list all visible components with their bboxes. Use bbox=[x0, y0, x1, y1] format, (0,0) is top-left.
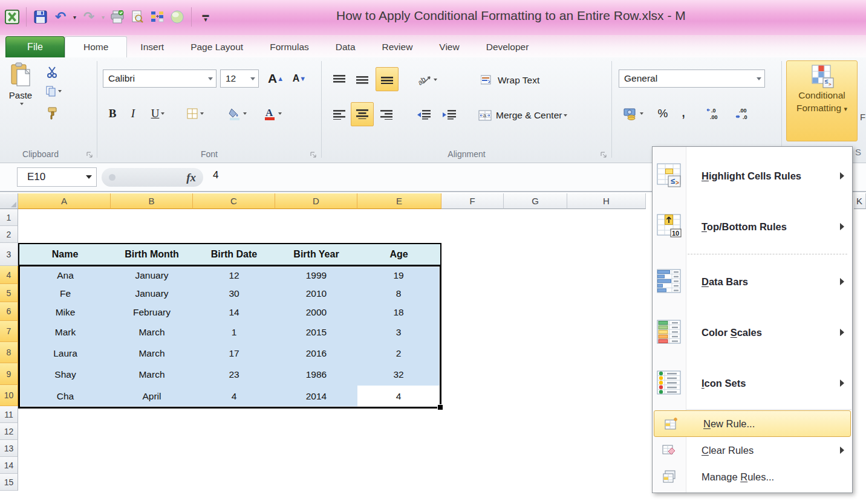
tab-formulas[interactable]: Formulas bbox=[256, 37, 322, 57]
column-header-G[interactable]: G bbox=[504, 193, 567, 209]
align-middle-button[interactable] bbox=[353, 71, 372, 89]
fill-handle[interactable] bbox=[437, 404, 443, 410]
font-name-combo[interactable]: Calibri bbox=[103, 69, 217, 88]
table-cell[interactable]: March bbox=[111, 364, 193, 386]
select-all-corner[interactable] bbox=[0, 193, 18, 209]
table-cell[interactable]: 2016 bbox=[275, 343, 357, 364]
table-cell[interactable]: 1999 bbox=[275, 267, 357, 285]
borders-button[interactable] bbox=[180, 105, 209, 123]
row-header-15[interactable]: 15 bbox=[0, 474, 18, 491]
table-cell[interactable]: 8 bbox=[357, 285, 440, 303]
column-header-K-partial[interactable]: K bbox=[854, 193, 866, 209]
comma-style-button[interactable]: , bbox=[676, 102, 691, 120]
table-cell[interactable]: 19 bbox=[357, 267, 440, 285]
font-dialog-launcher[interactable] bbox=[310, 151, 317, 158]
increase-indent-button[interactable] bbox=[438, 106, 460, 124]
align-bottom-button[interactable] bbox=[376, 67, 399, 91]
table-cell[interactable]: Fe bbox=[20, 285, 111, 303]
number-format-combo[interactable]: General bbox=[619, 69, 765, 88]
table-cell[interactable]: 2 bbox=[357, 343, 440, 364]
paste-button[interactable]: Paste bbox=[5, 62, 36, 136]
table-cell[interactable]: 17 bbox=[193, 343, 275, 364]
table-cell[interactable]: 1 bbox=[193, 321, 275, 343]
table-cell[interactable]: 2010 bbox=[275, 285, 357, 303]
table-cell[interactable]: 4 bbox=[193, 386, 275, 407]
row-header-7[interactable]: 7 bbox=[0, 321, 18, 342]
table-cell[interactable]: 3 bbox=[357, 321, 440, 343]
name-box-caret[interactable] bbox=[86, 175, 92, 179]
column-header-D[interactable]: D bbox=[275, 193, 357, 209]
underline-button[interactable]: U bbox=[145, 105, 171, 123]
table-cell[interactable]: 2014 bbox=[275, 386, 357, 407]
row-header-1[interactable]: 1 bbox=[0, 209, 18, 226]
font-color-button[interactable]: A bbox=[256, 105, 288, 123]
row-header-6[interactable]: 6 bbox=[0, 302, 18, 321]
row-header-9[interactable]: 9 bbox=[0, 363, 18, 385]
row-header-12[interactable]: 12 bbox=[0, 423, 18, 440]
column-header-B[interactable]: B bbox=[111, 193, 193, 209]
orientation-button[interactable]: ab bbox=[413, 71, 442, 89]
menu-item-clear-rules[interactable]: Clear Rules bbox=[653, 437, 852, 464]
conditional-formatting-button[interactable]: ≤ > Conditional Formatting ▾ bbox=[786, 60, 858, 141]
menu-item-color-scales[interactable]: Color Scales bbox=[653, 307, 852, 358]
align-top-button[interactable] bbox=[330, 71, 349, 89]
menu-item-new-rule[interactable]: New Rule... bbox=[654, 410, 851, 437]
merge-center-button[interactable]: a Merge & Center bbox=[478, 107, 608, 124]
name-box[interactable]: E10 bbox=[17, 167, 97, 187]
column-header-C[interactable]: C bbox=[193, 193, 275, 209]
fill-color-button[interactable] bbox=[221, 105, 253, 123]
table-cell[interactable]: 18 bbox=[357, 303, 440, 321]
table-cell[interactable]: 12 bbox=[193, 267, 275, 285]
table-cell[interactable]: Ana bbox=[20, 267, 111, 285]
format-painter-button[interactable] bbox=[44, 106, 62, 121]
table-cell[interactable]: 2000 bbox=[275, 303, 357, 321]
wrap-text-button[interactable]: Wrap Text bbox=[481, 72, 584, 89]
copy-button[interactable] bbox=[40, 84, 67, 99]
insert-function-button[interactable]: fx bbox=[186, 171, 196, 184]
row-header-11[interactable]: 11 bbox=[0, 406, 18, 423]
row-header-2[interactable]: 2 bbox=[0, 226, 18, 243]
table-cell[interactable]: 30 bbox=[193, 285, 275, 303]
table-cell[interactable]: 23 bbox=[193, 364, 275, 386]
menu-item-manage-rules[interactable]: Manage Rules... bbox=[653, 464, 852, 490]
table-cell[interactable]: January bbox=[111, 267, 193, 285]
table-cell[interactable]: April bbox=[111, 386, 193, 407]
paste-dropdown-caret[interactable] bbox=[20, 103, 24, 105]
qat-quick-print-button[interactable] bbox=[110, 10, 125, 24]
qat-status-sphere-button[interactable] bbox=[170, 10, 184, 24]
decrease-decimal-button[interactable]: .00 .0 bbox=[731, 105, 758, 123]
table-cell[interactable]: 1986 bbox=[275, 364, 357, 386]
tab-home[interactable]: Home bbox=[65, 36, 127, 57]
tab-insert[interactable]: Insert bbox=[127, 37, 177, 57]
align-center-button[interactable] bbox=[351, 102, 374, 126]
align-left-button[interactable] bbox=[330, 106, 349, 124]
menu-item-icon-sets[interactable]: Icon Sets bbox=[653, 358, 852, 409]
row-header-10[interactable]: 10 bbox=[0, 385, 18, 406]
percent-style-button[interactable]: % bbox=[653, 105, 673, 123]
grow-font-button[interactable]: A▲ bbox=[265, 69, 287, 88]
table-cell[interactable]: February bbox=[111, 303, 193, 321]
menu-item-top-bottom-rules[interactable]: 10Top/Bottom Rules bbox=[653, 201, 852, 252]
font-size-combo[interactable]: 12 bbox=[220, 69, 259, 88]
table-cell[interactable]: Laura bbox=[20, 343, 111, 364]
row-header-8[interactable]: 8 bbox=[0, 342, 18, 363]
column-header-A[interactable]: A bbox=[18, 193, 111, 209]
table-cell[interactable]: March bbox=[111, 321, 193, 343]
menu-item-highlight-cells-rules[interactable]: ≤>Highlight Cells Rules bbox=[653, 150, 852, 201]
accounting-format-button[interactable] bbox=[617, 105, 649, 123]
row-header-13[interactable]: 13 bbox=[0, 440, 18, 457]
copy-dropdown-caret[interactable] bbox=[58, 90, 62, 92]
qat-print-preview-button[interactable] bbox=[130, 10, 145, 24]
qat-redo-dropdown-caret[interactable]: ▾ bbox=[102, 14, 105, 21]
table-cell[interactable]: Cha bbox=[20, 386, 111, 407]
table-cell[interactable]: Mark bbox=[20, 321, 111, 343]
menu-item-data-bars[interactable]: Data Bars bbox=[653, 256, 852, 307]
decrease-indent-button[interactable] bbox=[413, 106, 435, 124]
table-cell[interactable]: March bbox=[111, 343, 193, 364]
qat-save-button[interactable] bbox=[33, 10, 48, 24]
increase-decimal-button[interactable]: .0 .00 bbox=[702, 105, 729, 123]
table-cell[interactable]: Mike bbox=[20, 303, 111, 321]
tab-data[interactable]: Data bbox=[322, 37, 369, 57]
bold-button[interactable]: B bbox=[104, 105, 121, 123]
qat-qat-customize-button[interactable]: ▬▾ bbox=[198, 10, 213, 24]
